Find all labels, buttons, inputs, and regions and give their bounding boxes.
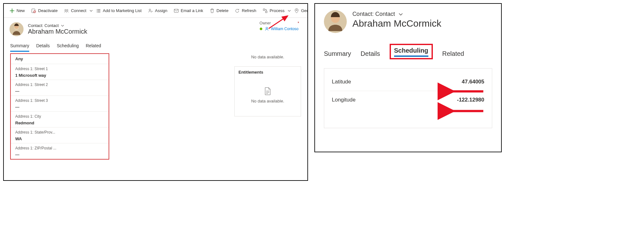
field-label: Address 1: Street 1 [15, 65, 104, 71]
email-icon [174, 8, 179, 13]
side-column: No data available. Entitlements No data … [234, 52, 307, 160]
tab-details[interactable]: Details [361, 50, 380, 59]
email-link-button[interactable]: Email a Link [171, 4, 206, 17]
field-city[interactable]: Address 1: City Redmond [11, 111, 109, 127]
field-value: 1 Microsoft way [15, 71, 104, 78]
form-section-head: Any [11, 54, 109, 64]
geo-code-label: Geo Code [301, 8, 308, 13]
list-icon [96, 8, 101, 13]
longitude-row[interactable]: Longitude -122.12980 [330, 91, 486, 109]
new-button[interactable]: New [6, 4, 28, 17]
refresh-icon [235, 8, 240, 13]
refresh-button[interactable]: Refresh [231, 4, 259, 17]
svg-rect-5 [174, 9, 178, 12]
presence-icon [259, 27, 263, 30]
latitude-value: 47.64005 [462, 79, 484, 85]
coordinates-card: Latitude 47.64005 Longitude -122.12980 [324, 68, 492, 128]
trash-icon [210, 8, 215, 13]
refresh-label: Refresh [242, 8, 256, 13]
svg-point-12 [266, 27, 268, 29]
process-label: Process [270, 8, 285, 13]
field-label: Address 1: Street 3 [15, 97, 104, 103]
field-value: Redmond [15, 119, 104, 125]
delete-button[interactable]: Delete [206, 4, 232, 17]
owner-value[interactable]: William Contoso [259, 27, 299, 31]
field-street1[interactable]: Address 1: Street 1 1 Microsoft way [11, 64, 109, 80]
email-link-label: Email a Link [181, 8, 203, 13]
breadcrumb-text: Contact: Contact [28, 23, 59, 28]
plus-icon [10, 8, 15, 13]
connect-button[interactable]: Connect [61, 4, 89, 17]
longitude-label: Longitude [332, 97, 356, 103]
assign-button[interactable]: Assign [145, 4, 171, 17]
connect-chevron[interactable] [90, 9, 93, 12]
process-chevron[interactable] [288, 9, 291, 12]
latitude-row[interactable]: Latitude 47.64005 [330, 73, 486, 91]
svg-point-4 [149, 9, 151, 10]
no-data-text-2: No data available. [238, 99, 297, 103]
address-form-highlight: Any Address 1: Street 1 1 Microsoft way … [10, 53, 109, 160]
svg-point-2 [65, 9, 66, 10]
required-star: * [298, 21, 299, 25]
field-street2[interactable]: Address 1: Street 2 --- [11, 80, 109, 95]
tab-related[interactable]: Related [442, 50, 464, 59]
field-label: Address 1: Street 2 [15, 81, 104, 87]
record-name: Abraham McCormick [352, 18, 441, 29]
breadcrumb[interactable]: Contact: Contact [28, 23, 87, 28]
assign-label: Assign [155, 8, 167, 13]
tab-summary[interactable]: Summary [10, 41, 29, 52]
tab-details[interactable]: Details [36, 41, 50, 52]
entitlements-card: Entitlements No data available. [234, 66, 301, 116]
deactivate-icon [31, 8, 36, 13]
svg-point-8 [296, 10, 297, 11]
process-button[interactable]: Process [259, 4, 288, 17]
person-icon [265, 27, 269, 31]
deactivate-label: Deactivate [38, 8, 57, 13]
avatar [324, 10, 347, 33]
record-header: Contact: Contact Abraham McCormick [324, 10, 492, 33]
field-value: WA [15, 135, 104, 141]
svg-point-3 [67, 9, 68, 10]
deactivate-button[interactable]: Deactivate [28, 4, 61, 17]
avatar [10, 22, 23, 36]
add-to-marketing-button[interactable]: Add to Marketing List [93, 4, 145, 17]
tab-related[interactable]: Related [86, 41, 101, 52]
tab-bar: Summary Details Scheduling Related [4, 38, 307, 52]
svg-rect-7 [265, 11, 267, 13]
process-icon [263, 8, 268, 13]
owner-label: Owner [259, 21, 271, 25]
left-screenshot: New Deactivate Connect Add to Marketing … [3, 3, 308, 181]
geo-code-button[interactable]: Geo Code [291, 4, 308, 17]
field-street3[interactable]: Address 1: Street 3 --- [11, 95, 109, 111]
longitude-value: -122.12980 [457, 97, 484, 103]
field-zip[interactable]: Address 1: ZIP/Postal ... --- [11, 143, 109, 159]
owner-field: Owner * William Contoso [259, 21, 299, 31]
chevron-down-icon [398, 12, 403, 17]
field-label: Address 1: City [15, 113, 104, 119]
map-pin-icon [294, 8, 299, 13]
field-label: Address 1: ZIP/Postal ... [15, 145, 104, 150]
tab-scheduling[interactable]: Scheduling [57, 41, 79, 52]
annotation-highlight-box: Scheduling [390, 44, 433, 59]
field-value: --- [15, 150, 104, 157]
add-to-marketing-label: Add to Marketing List [103, 8, 142, 13]
right-screenshot: Contact: Contact Abraham McCormick Summa… [314, 3, 502, 152]
breadcrumb[interactable]: Contact: Contact [352, 11, 441, 17]
delete-label: Delete [217, 8, 229, 13]
tab-scheduling[interactable]: Scheduling [394, 47, 428, 57]
record-header: Contact: Contact Abraham McCormick Owner… [4, 18, 307, 38]
connect-label: Connect [71, 8, 86, 13]
form-body: Any Address 1: Street 1 1 Microsoft way … [4, 52, 307, 160]
field-value: --- [15, 87, 104, 94]
field-value: --- [15, 103, 104, 109]
command-bar: New Deactivate Connect Add to Marketing … [4, 4, 307, 18]
no-data-text: No data available. [234, 55, 301, 59]
entitlements-title: Entitlements [238, 70, 297, 75]
connect-icon [64, 8, 69, 13]
tab-bar: Summary Details Scheduling Related [324, 44, 492, 59]
field-state[interactable]: Address 1: State/Prov... WA [11, 127, 109, 143]
field-label: Address 1: State/Prov... [15, 129, 104, 135]
tab-summary[interactable]: Summary [324, 50, 351, 59]
new-label: New [17, 8, 25, 13]
breadcrumb-text: Contact: Contact [352, 11, 395, 17]
